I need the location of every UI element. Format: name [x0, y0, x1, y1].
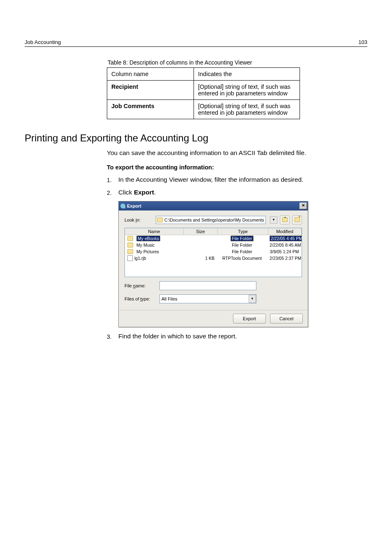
new-folder-icon	[295, 217, 300, 222]
filetype-select[interactable]: All Files ▼	[159, 294, 256, 303]
intro-paragraph: You can save the accounting information …	[107, 149, 392, 157]
lookin-path: C:\Documents and Settings\operator\My Do…	[164, 217, 264, 222]
up-one-level-button[interactable]	[280, 215, 290, 224]
app-icon	[120, 204, 125, 208]
table-head-col2: Indicates the	[194, 68, 300, 81]
table-row: Recipient [Optional] string of text, if …	[107, 81, 300, 100]
step-number: 3.	[107, 332, 118, 341]
new-folder-button[interactable]	[292, 215, 302, 224]
step-text: In the Accounting Viewer window, filter …	[118, 176, 392, 184]
header-section: Job Accounting	[25, 39, 61, 45]
step-number: 2.	[107, 188, 118, 197]
procedure-lead: To export the accounting information:	[107, 164, 392, 171]
col-header-modified[interactable]: Modified	[268, 228, 302, 235]
step-number: 1.	[107, 176, 118, 184]
filetype-value: All Files	[161, 296, 178, 301]
cancel-button[interactable]: Cancel	[270, 314, 303, 324]
lookin-label: Look in:	[125, 217, 153, 222]
export-dialog: Export ✕ Look in: C:\Documents and Setti…	[118, 201, 308, 327]
table-row: Job Comments [Optional] string of text, …	[107, 100, 300, 119]
file-list[interactable]: Name Size Type Modified My eBooks File F…	[125, 228, 302, 277]
filename-input[interactable]	[159, 281, 256, 290]
lookin-path-combo[interactable]: C:\Documents and Settings\operator\My Do…	[156, 216, 266, 224]
columns-description-table: Column name Indicates the Recipient [Opt…	[107, 67, 300, 119]
close-button[interactable]: ✕	[300, 203, 307, 209]
procedure-steps-cont: 3. Find the folder in which to save the …	[107, 332, 392, 341]
list-item[interactable]: My Pictures File Folder 3/9/05 1:24 PM	[125, 248, 302, 255]
column-name: Recipient	[107, 81, 194, 100]
filename-label: File name:	[125, 283, 159, 288]
folder-icon	[127, 249, 133, 254]
running-header: Job Accounting 103	[25, 0, 367, 47]
dialog-title: Export	[127, 204, 141, 208]
procedure-steps: 1. In the Accounting Viewer window, filt…	[107, 176, 392, 197]
file-list-header[interactable]: Name Size Type Modified	[125, 228, 302, 235]
export-button[interactable]: Export	[233, 314, 266, 324]
chevron-down-icon: ▼	[249, 295, 256, 303]
header-page-number: 103	[358, 39, 367, 45]
step-text: Click Export.	[118, 188, 392, 197]
file-icon	[127, 255, 133, 261]
step-text: Find the folder in which to save the rep…	[118, 332, 392, 341]
folder-icon	[127, 243, 133, 247]
column-name: Job Comments	[107, 100, 194, 119]
section-heading: Printing and Exporting the Accounting Lo…	[25, 132, 392, 144]
col-header-name[interactable]: Name	[125, 228, 184, 235]
table-head-col1: Column name	[107, 68, 194, 81]
dialog-titlebar[interactable]: Export ✕	[119, 201, 308, 210]
col-header-size[interactable]: Size	[184, 228, 218, 235]
list-item[interactable]: lg1.rjb 1 KB RTPTools Document 2/23/05 2…	[125, 255, 302, 261]
column-desc: [Optional] string of text, if such was e…	[194, 100, 300, 119]
list-item[interactable]: My Music File Folder 2/22/05 8:45 AM	[125, 242, 302, 248]
lookin-dropdown-button[interactable]: ▼	[270, 216, 277, 224]
filetype-label: Files of type:	[125, 296, 159, 301]
table-caption: Table 8: Description of columns in the A…	[108, 59, 392, 66]
list-item[interactable]: My eBooks File Folder 2/22/05 4:45 PM	[125, 235, 302, 242]
folder-icon	[157, 217, 163, 222]
col-header-type[interactable]: Type	[218, 228, 268, 235]
folder-icon	[127, 236, 133, 241]
column-desc: [Optional] string of text, if such was e…	[194, 81, 300, 100]
up-folder-icon	[282, 217, 288, 222]
